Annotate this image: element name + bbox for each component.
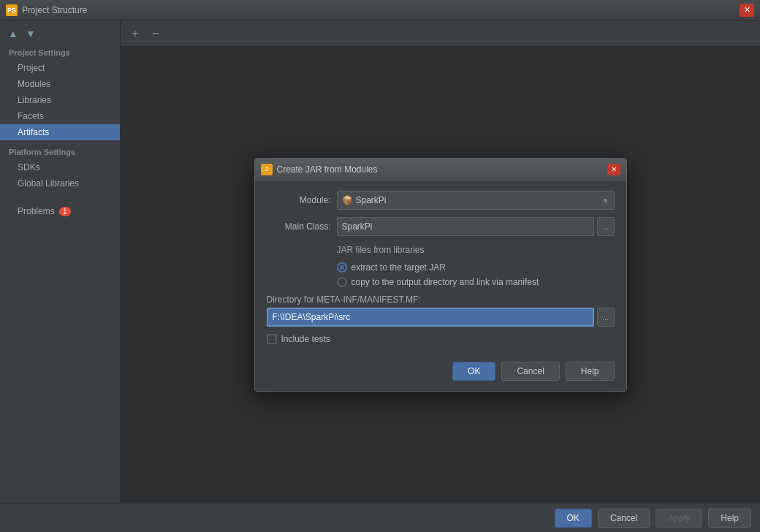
sidebar-item-project[interactable]: Project — [0, 60, 120, 76]
include-tests-label: Include tests — [281, 334, 330, 344]
nav-up-button[interactable]: ▲ — [6, 26, 20, 41]
radio-copy[interactable]: copy to the output directory and link vi… — [337, 277, 615, 287]
module-label: Module: — [267, 195, 331, 205]
modal-overlay: J Create JAR from Modules ✕ Module: — [121, 47, 760, 503]
directory-section: Directory for META-INF/MANIFEST.MF: ... — [267, 294, 615, 327]
sidebar-item-global-libraries[interactable]: Global Libraries — [0, 175, 120, 191]
dialog-title-bar: J Create JAR from Modules ✕ — [255, 159, 626, 180]
window-title: Project Structure — [22, 5, 740, 15]
module-select[interactable]: 📦 SparkPi ▼ — [337, 191, 615, 210]
jar-options-group: extract to the target JAR copy to the ou… — [267, 262, 615, 287]
dialog-title: Create JAR from Modules — [277, 164, 607, 175]
jar-files-label: JAR files from libraries — [267, 245, 615, 255]
dialog-close-button[interactable]: ✕ — [607, 164, 620, 175]
main-toolbar: + − — [121, 20, 760, 47]
module-icon: 📦 — [342, 195, 353, 205]
sidebar-toolbar: ▲ ▼ — [0, 23, 120, 44]
main-class-input[interactable] — [337, 217, 594, 236]
radio-extract[interactable]: extract to the target JAR — [337, 262, 615, 273]
main-class-row: Main Class: ... — [267, 217, 615, 236]
project-settings-section: Project Settings — [0, 44, 120, 60]
module-dropdown-arrow: ▼ — [602, 197, 609, 205]
title-bar: PS Project Structure ✕ — [0, 0, 760, 20]
radio-extract-input[interactable] — [337, 262, 347, 273]
create-jar-dialog: J Create JAR from Modules ✕ Module: — [254, 158, 627, 392]
radio-extract-label: extract to the target JAR — [352, 262, 446, 273]
bottom-bar: OK Cancel Apply Help — [0, 503, 760, 532]
content-area: ▲ ▼ Project Settings Project Modules Lib… — [0, 20, 760, 503]
help-button[interactable]: Help — [708, 509, 751, 528]
sidebar-item-artifacts[interactable]: Artifacts — [0, 124, 120, 140]
main-class-browse-button[interactable]: ... — [597, 217, 615, 236]
sidebar-item-facets[interactable]: Facets — [0, 108, 120, 124]
main-content-area: J Create JAR from Modules ✕ Module: — [121, 47, 760, 503]
main-class-input-wrap: ... — [337, 217, 615, 236]
directory-browse-button[interactable]: ... — [597, 308, 615, 327]
dialog-cancel-button[interactable]: Cancel — [501, 362, 559, 381]
main-window: PS Project Structure ✕ ▲ ▼ Project Setti… — [0, 0, 760, 532]
window-close-button[interactable]: ✕ — [740, 4, 754, 17]
sidebar: ▲ ▼ Project Settings Project Modules Lib… — [0, 20, 121, 503]
directory-input[interactable] — [267, 308, 594, 327]
dialog-ok-button[interactable]: OK — [452, 362, 495, 381]
problems-badge: 1 — [59, 207, 71, 216]
apply-button[interactable]: Apply — [656, 509, 702, 528]
module-row: Module: 📦 SparkPi ▼ — [267, 191, 615, 210]
sidebar-item-sdks[interactable]: SDKs — [0, 159, 120, 175]
main-area: + − J Create JAR from Modules ✕ — [121, 20, 760, 503]
include-tests-checkbox[interactable] — [267, 334, 277, 344]
dialog-help-button[interactable]: Help — [566, 362, 615, 381]
ok-button[interactable]: OK — [555, 509, 592, 528]
radio-extract-dot — [340, 265, 344, 270]
main-class-label: Main Class: — [267, 221, 331, 232]
dialog-footer: OK Cancel Help — [255, 354, 626, 391]
module-value: SparkPi — [356, 195, 387, 205]
dialog-body: Module: 📦 SparkPi ▼ — [255, 180, 626, 354]
radio-copy-label: copy to the output directory and link vi… — [352, 277, 539, 287]
platform-settings-section: Platform Settings — [0, 140, 120, 159]
dialog-icon: J — [261, 164, 273, 175]
directory-input-row: ... — [267, 308, 615, 327]
include-tests-row[interactable]: Include tests — [267, 334, 615, 344]
nav-down-button[interactable]: ▼ — [23, 26, 38, 41]
app-icon: PS — [6, 4, 18, 16]
remove-artifact-button[interactable]: − — [147, 25, 164, 42]
sidebar-item-modules[interactable]: Modules — [0, 76, 120, 92]
radio-copy-input[interactable] — [337, 277, 347, 287]
sidebar-item-libraries[interactable]: Libraries — [0, 92, 120, 108]
module-input-wrap: 📦 SparkPi ▼ — [337, 191, 615, 210]
add-artifact-button[interactable]: + — [126, 25, 144, 42]
directory-label: Directory for META-INF/MANIFEST.MF: — [267, 294, 615, 305]
cancel-button[interactable]: Cancel — [598, 509, 650, 528]
sidebar-item-problems[interactable]: Problems 1 — [0, 203, 120, 219]
problems-label: Problems — [18, 206, 55, 216]
